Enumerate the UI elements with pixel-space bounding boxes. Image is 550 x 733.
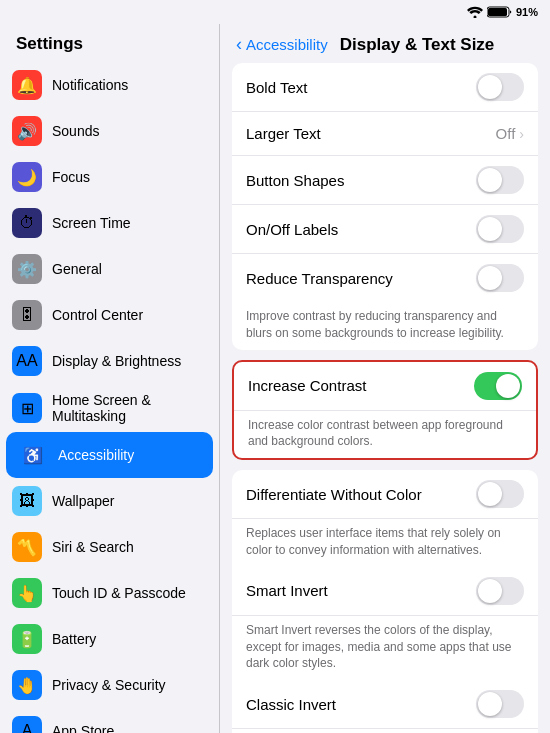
toggle-button-shapes[interactable] [476, 166, 524, 194]
main-layout: Settings 🔔Notifications🔊Sounds🌙Focus⏱Scr… [0, 24, 550, 733]
battery-percent: 91% [516, 6, 538, 18]
sidebar-label-battery: Battery [52, 631, 96, 647]
sidebar-title: Settings [0, 24, 219, 62]
label-button-shapes: Button Shapes [246, 172, 476, 189]
sidebar-label-privacy-security: Privacy & Security [52, 677, 166, 693]
sidebar-list: 🔔Notifications🔊Sounds🌙Focus⏱Screen Time⚙… [0, 62, 219, 733]
sidebar-label-control-center: Control Center [52, 307, 143, 323]
sidebar-item-home-screen[interactable]: ⊞Home Screen & Multitasking [0, 384, 219, 432]
label-larger-text: Larger Text [246, 125, 496, 142]
wallpaper-icon: 🖼 [12, 486, 42, 516]
toggle-onoff-labels[interactable] [476, 215, 524, 243]
back-chevron-icon: ‹ [236, 34, 242, 55]
desc-smart-invert: Smart Invert reverses the colors of the … [232, 616, 538, 680]
label-reduce-transparency: Reduce Transparency [246, 270, 476, 287]
back-button[interactable]: Accessibility [246, 36, 328, 53]
toggle-bold-text[interactable] [476, 73, 524, 101]
sidebar-label-screen-time: Screen Time [52, 215, 131, 231]
touch-id-icon: 👆 [12, 578, 42, 608]
toggle-differentiate-color[interactable] [476, 480, 524, 508]
desc-classic-invert: Classic Invert reverses the colors of th… [232, 729, 538, 733]
row-bold-text[interactable]: Bold Text [232, 63, 538, 112]
settings-content: Bold TextLarger TextOff›Button ShapesOn/… [220, 63, 550, 733]
label-bold-text: Bold Text [246, 79, 476, 96]
row-onoff-labels[interactable]: On/Off Labels [232, 205, 538, 254]
group1-rows: Bold TextLarger TextOff›Button ShapesOn/… [232, 63, 538, 302]
increase-contrast-description: Increase color contrast between app fore… [234, 411, 536, 459]
chevron-larger-text: › [519, 126, 524, 142]
transparency-description: Improve contrast by reducing transparenc… [232, 302, 538, 350]
status-icons: 91% [467, 6, 538, 18]
sidebar-label-accessibility: Accessibility [58, 447, 134, 463]
sidebar-item-control-center[interactable]: 🎛Control Center [0, 292, 219, 338]
row-button-shapes[interactable]: Button Shapes [232, 156, 538, 205]
sidebar-item-battery[interactable]: 🔋Battery [0, 616, 219, 662]
row-larger-text[interactable]: Larger TextOff› [232, 112, 538, 156]
sidebar-label-general: General [52, 261, 102, 277]
increase-contrast-row: Increase Contrast [234, 362, 536, 411]
toggle-classic-invert[interactable] [476, 690, 524, 718]
sidebar-label-wallpaper: Wallpaper [52, 493, 115, 509]
row-classic-invert[interactable]: Classic Invert [232, 680, 538, 729]
toggle-reduce-transparency[interactable] [476, 264, 524, 292]
focus-icon: 🌙 [12, 162, 42, 192]
label-smart-invert: Smart Invert [246, 582, 476, 599]
sidebar: Settings 🔔Notifications🔊Sounds🌙Focus⏱Scr… [0, 24, 220, 733]
sidebar-label-notifications: Notifications [52, 77, 128, 93]
sidebar-item-touch-id[interactable]: 👆Touch ID & Passcode [0, 570, 219, 616]
sidebar-item-wallpaper[interactable]: 🖼Wallpaper [0, 478, 219, 524]
sidebar-item-accessibility[interactable]: ♿Accessibility [6, 432, 213, 478]
label-classic-invert: Classic Invert [246, 696, 476, 713]
row-smart-invert[interactable]: Smart Invert [232, 567, 538, 616]
label-differentiate-color: Differentiate Without Color [246, 486, 476, 503]
detail-panel: ‹ Accessibility Display & Text Size Bold… [220, 24, 550, 733]
svg-rect-2 [488, 8, 507, 16]
detail-title: Display & Text Size [340, 35, 495, 55]
screen-time-icon: ⏱ [12, 208, 42, 238]
increase-contrast-toggle[interactable] [474, 372, 522, 400]
group-increase-contrast: Increase Contrast Increase color contras… [232, 360, 538, 461]
home-screen-icon: ⊞ [12, 393, 42, 423]
accessibility-icon: ♿ [18, 440, 48, 470]
value-larger-text: Off [496, 125, 516, 142]
app-store-icon: A [12, 716, 42, 733]
sounds-icon: 🔊 [12, 116, 42, 146]
control-center-icon: 🎛 [12, 300, 42, 330]
sidebar-item-siri-search[interactable]: 〽️Siri & Search [0, 524, 219, 570]
sidebar-item-general[interactable]: ⚙️General [0, 246, 219, 292]
row-reduce-transparency[interactable]: Reduce Transparency [232, 254, 538, 302]
general-icon: ⚙️ [12, 254, 42, 284]
sidebar-item-screen-time[interactable]: ⏱Screen Time [0, 200, 219, 246]
privacy-security-icon: 🤚 [12, 670, 42, 700]
sidebar-label-display-brightness: Display & Brightness [52, 353, 181, 369]
battery-icon: 🔋 [12, 624, 42, 654]
sidebar-item-focus[interactable]: 🌙Focus [0, 154, 219, 200]
display-brightness-icon: AA [12, 346, 42, 376]
siri-search-icon: 〽️ [12, 532, 42, 562]
sidebar-item-privacy-security[interactable]: 🤚Privacy & Security [0, 662, 219, 708]
notifications-icon: 🔔 [12, 70, 42, 100]
status-bar: 91% [0, 0, 550, 24]
row-differentiate-color[interactable]: Differentiate Without Color [232, 470, 538, 519]
wifi-icon [467, 6, 483, 18]
sidebar-label-sounds: Sounds [52, 123, 99, 139]
sidebar-item-display-brightness[interactable]: AADisplay & Brightness [0, 338, 219, 384]
sidebar-item-notifications[interactable]: 🔔Notifications [0, 62, 219, 108]
desc-differentiate-color: Replaces user interface items that rely … [232, 519, 538, 567]
battery-icon [487, 6, 512, 18]
svg-point-0 [473, 16, 476, 19]
label-onoff-labels: On/Off Labels [246, 221, 476, 238]
group-display: Bold TextLarger TextOff›Button ShapesOn/… [232, 63, 538, 350]
sidebar-item-sounds[interactable]: 🔊Sounds [0, 108, 219, 154]
sidebar-label-app-store: App Store [52, 723, 114, 733]
sidebar-label-siri-search: Siri & Search [52, 539, 134, 555]
sidebar-label-home-screen: Home Screen & Multitasking [52, 392, 207, 424]
group-more: Differentiate Without ColorReplaces user… [232, 470, 538, 733]
increase-contrast-label: Increase Contrast [248, 377, 474, 394]
toggle-smart-invert[interactable] [476, 577, 524, 605]
sidebar-label-focus: Focus [52, 169, 90, 185]
sidebar-label-touch-id: Touch ID & Passcode [52, 585, 186, 601]
detail-header: ‹ Accessibility Display & Text Size [220, 24, 550, 63]
sidebar-item-app-store[interactable]: AApp Store [0, 708, 219, 733]
